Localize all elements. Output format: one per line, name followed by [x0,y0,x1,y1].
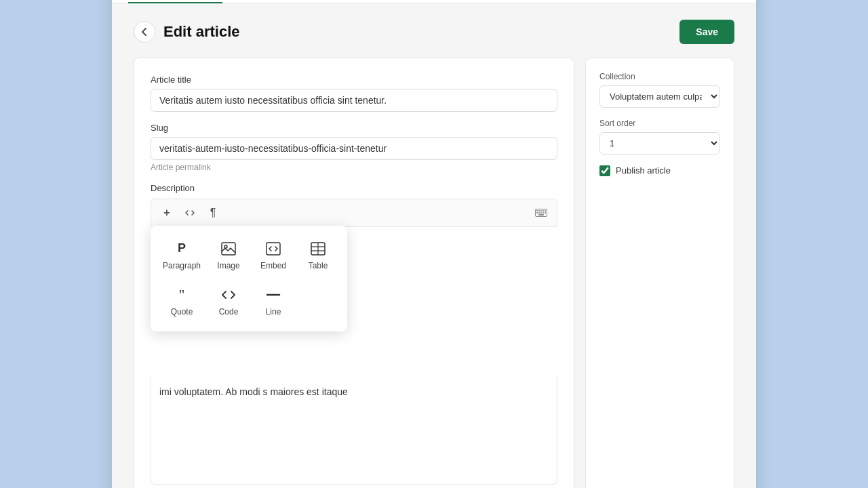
quote-block-icon: " [179,287,185,303]
plus-icon: + [163,207,170,219]
publish-label: Publish article [616,165,671,176]
back-icon [139,26,150,37]
embed-block-label: Embed [260,261,286,270]
title-input[interactable] [151,89,557,112]
block-item-embed[interactable]: Embed [252,234,294,277]
editor-text: imi voluptatem. Ab modi s maiores est it… [159,386,348,397]
title-label: Article title [151,75,557,85]
line-block-label: Line [266,307,281,317]
svg-rect-5 [545,210,546,211]
table-block-icon [311,241,326,257]
svg-rect-9 [542,212,544,214]
save-button[interactable]: Save [679,20,734,44]
tab-settings[interactable]: Settings [263,0,319,3]
page-header-left: Edit article [134,21,239,43]
line-block-icon [266,287,281,303]
slug-label: Slug [151,123,557,133]
svg-rect-2 [538,210,540,211]
keyboard-icon [535,209,547,217]
svg-rect-10 [545,212,546,214]
svg-rect-4 [542,210,544,211]
publish-checkbox[interactable] [599,165,610,176]
code-block-icon [221,287,236,303]
editor-toolbar: + ¶ [151,199,557,227]
sort-order-select[interactable]: 1 [599,132,720,155]
code-icon [184,207,195,218]
svg-rect-7 [538,212,540,214]
app-window: Knowledgebase FAQ Settings Edit article … [112,0,756,488]
block-item-code[interactable]: Code [208,280,250,323]
article-panel: Article title Slug Article permalink Des… [134,58,574,489]
block-item-line[interactable]: Line [252,280,294,323]
svg-rect-8 [540,212,542,214]
description-label: Description [151,183,557,193]
svg-rect-3 [540,210,542,211]
code-block-label: Code [219,307,239,317]
paragraph-block-icon: P [178,241,186,257]
paragraph-icon: ¶ [210,207,216,219]
sidebar-panel: Collection Voluptatem autem culpa volupt… [585,58,734,489]
back-button[interactable] [134,21,155,43]
code-view-button[interactable] [180,203,200,222]
permalink-label: Article permalink [151,163,557,172]
page-title: Edit article [163,23,239,41]
page-header: Edit article Save [134,20,734,44]
sort-order-label: Sort order [599,119,720,128]
svg-rect-11 [538,214,544,216]
block-item-quote[interactable]: " Quote [159,280,205,323]
block-grid: P Paragraph [159,234,339,323]
tab-faq[interactable]: FAQ [222,0,263,3]
publish-row: Publish article [599,165,720,176]
main-layout: Article title Slug Article permalink Des… [134,58,734,489]
table-block-label: Table [309,261,328,270]
svg-rect-1 [536,210,538,211]
collection-select[interactable]: Voluptatem autem culpa voluptas... [599,85,720,108]
block-item-image[interactable]: Image [208,234,250,277]
collection-label: Collection [599,72,720,81]
block-popup: P Paragraph [151,226,347,331]
keyboard-button[interactable] [531,203,551,222]
embed-block-icon [266,241,281,257]
image-block-icon [221,241,236,257]
block-item-paragraph[interactable]: P Paragraph [159,234,205,277]
svg-rect-6 [536,212,538,214]
image-block-label: Image [217,261,239,270]
paragraph-button[interactable]: ¶ [203,203,223,222]
content-area: Edit article Save Article title Slug Art… [112,3,756,489]
add-block-button[interactable]: + [157,203,177,222]
editor-content[interactable]: imi voluptatem. Ab modi s maiores est it… [151,376,557,485]
slug-input[interactable] [151,137,557,160]
paragraph-block-label: Paragraph [163,261,201,270]
block-item-table[interactable]: Table [297,234,339,277]
quote-block-label: Quote [171,307,193,317]
tab-knowledgebase[interactable]: Knowledgebase [128,0,222,3]
svg-rect-14 [267,243,280,255]
